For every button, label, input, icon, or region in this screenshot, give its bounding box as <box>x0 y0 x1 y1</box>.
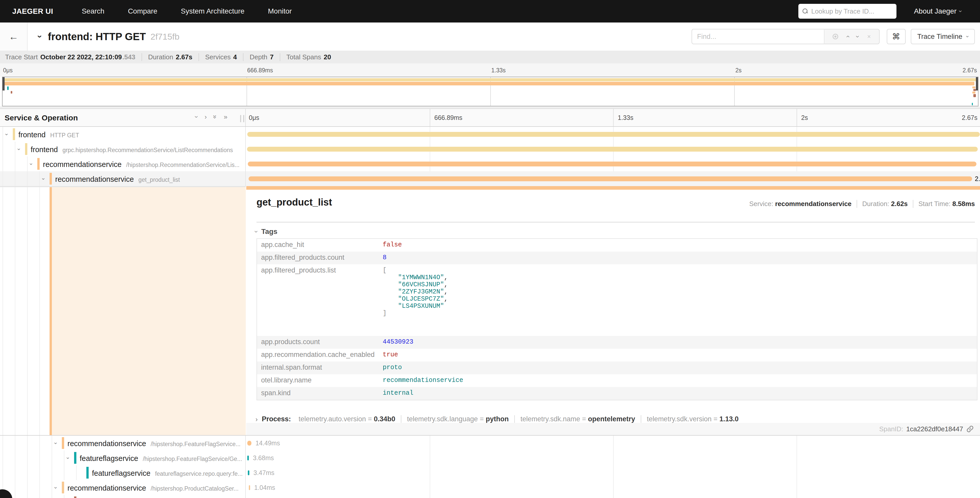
process-section-header[interactable]: › Process: telemetry.auto.version = 0.34… <box>256 415 744 423</box>
nav-item-monitor[interactable]: Monitor <box>268 7 292 15</box>
span-row-timeline-cell[interactable] <box>246 127 980 142</box>
span-collapse-chevron-icon[interactable]: › <box>52 442 59 444</box>
find-prev-icon[interactable]: › <box>844 35 851 38</box>
span-duration-bar[interactable] <box>247 147 978 152</box>
span-row[interactable]: ›frontendHTTP GET <box>0 127 980 142</box>
tag-row[interactable]: span.kindinternal <box>257 387 977 400</box>
span-duration-bar[interactable] <box>248 161 977 166</box>
span-meta: Service: recommendationserviceDuration: … <box>744 200 975 208</box>
span-service-name: recommendationservice <box>55 175 134 183</box>
span-collapse-chevron-icon[interactable]: › <box>16 148 22 150</box>
find-next-icon[interactable]: › <box>854 35 861 38</box>
nav-item-system-architecture[interactable]: System Architecture <box>181 7 245 15</box>
trace-lookup-input[interactable]: Lookup by Trace ID... <box>799 4 896 19</box>
span-row[interactable]: featureflagservicefeatureflagservice.rep… <box>0 465 980 480</box>
span-row-timeline-cell[interactable] <box>246 156 980 171</box>
minimap-left-scrubber[interactable] <box>3 77 5 91</box>
span-detail-top-bar <box>246 186 980 190</box>
column-resizer[interactable] <box>240 115 244 122</box>
span-collapse-chevron-icon[interactable]: › <box>52 487 59 488</box>
minimap-span-bar <box>7 86 9 90</box>
span-collapse-chevron-icon[interactable]: › <box>3 134 10 135</box>
tag-row[interactable]: app.filtered_products.count8 <box>257 252 977 264</box>
span-row-timeline-cell[interactable]: 14.49ms <box>246 436 980 450</box>
tick-separator <box>797 109 797 126</box>
span-row-timeline-cell[interactable]: 3.68ms <box>246 450 980 465</box>
process-label: Process: <box>262 415 291 423</box>
app-brand[interactable]: JAEGER UI <box>12 7 53 16</box>
span-operation-name: /hipstershop.ProductCatalogSer... <box>151 485 239 492</box>
span-row[interactable] <box>0 495 980 498</box>
span-row[interactable]: ›recommendationserviceget_product_list2.… <box>0 171 980 186</box>
tick-label: 2s <box>801 114 808 121</box>
locate-icon[interactable] <box>833 34 838 39</box>
back-button[interactable]: ← <box>0 22 28 51</box>
span-row[interactable]: ›recommendationservice/hipstershop.Produ… <box>0 480 980 495</box>
span-row-timeline-cell[interactable] <box>246 495 980 498</box>
trace-depth: Depth7 <box>243 53 280 61</box>
tag-key: app.products.count <box>257 336 383 348</box>
link-icon[interactable] <box>966 425 974 433</box>
span-row-timeline-cell[interactable]: 2.62s <box>246 171 980 186</box>
span-row[interactable]: ›frontendgrpc.hipstershop.Recommendation… <box>0 142 980 156</box>
span-collapse-chevron-icon[interactable]: › <box>65 457 71 459</box>
timeline-grid-header: Service & Operation › › » » 0μs666.89ms1… <box>0 109 980 127</box>
span-row-timeline-cell[interactable]: 3.47ms <box>246 465 980 480</box>
span-duration-bar[interactable] <box>247 456 249 460</box>
span-duration-bar[interactable] <box>248 470 249 475</box>
span-duration-bar[interactable] <box>249 485 250 490</box>
span-row[interactable]: ›featureflagservice/hipstershop.FeatureF… <box>0 450 980 465</box>
span-collapse-chevron-icon[interactable]: › <box>40 178 47 180</box>
span-name: recommendationservice/hipstershop.Recomm… <box>43 160 239 169</box>
span-row-timeline-cell[interactable]: 1.04ms <box>246 480 980 495</box>
tag-row[interactable]: otel.library.namerecommendationservice <box>257 374 977 387</box>
span-detail-indent-column <box>0 186 246 435</box>
minimap-span-bar <box>974 89 976 91</box>
collapse-trace-chevron-icon[interactable]: › <box>36 35 45 38</box>
span-row[interactable]: ›recommendationservice/hipstershop.Recom… <box>0 156 980 171</box>
collapse-all-icon[interactable]: » <box>212 115 219 119</box>
nav-item-compare[interactable]: Compare <box>128 7 158 15</box>
tag-row[interactable]: app.products.count44530923 <box>257 336 977 349</box>
span-duration-bar[interactable] <box>248 176 972 181</box>
service-color-accent <box>86 467 89 479</box>
expand-all-icon[interactable]: » <box>224 113 228 120</box>
tag-row[interactable]: app.cache_hitfalse <box>257 239 977 252</box>
span-duration-bar[interactable] <box>247 132 980 137</box>
nav-item-search[interactable]: Search <box>82 7 105 15</box>
span-operation-name: grpc.hipstershop.RecommendationService/L… <box>62 147 233 153</box>
minimap-canvas[interactable] <box>2 77 978 106</box>
span-row[interactable]: ›recommendationservice/hipstershop.Featu… <box>0 436 980 450</box>
trace-view-selector[interactable]: Trace Timeline › <box>911 29 975 44</box>
span-service-name: recommendationservice <box>67 484 146 492</box>
service-color-accent <box>37 158 40 170</box>
span-meta-item: Duration: 2.62s <box>857 200 913 208</box>
about-jaeger-label: About Jaeger <box>914 7 956 15</box>
tag-row[interactable]: internal.span.formatproto <box>257 361 977 374</box>
keyboard-shortcuts-button[interactable]: ⌘ <box>887 29 906 44</box>
tag-key: app.cache_hit <box>257 239 383 251</box>
minimap-span-bar <box>3 82 974 85</box>
service-color-accent <box>74 452 76 464</box>
tag-row[interactable]: app.filtered_products.list["1YMWWN1N4O",… <box>257 264 977 336</box>
service-operation-header: Service & Operation › › » » <box>0 109 246 126</box>
span-duration-bar[interactable] <box>247 441 251 445</box>
chevron-down-icon: › <box>964 35 970 37</box>
span-service-name: featureflagservice <box>92 469 151 477</box>
span-service-name: frontend <box>18 131 46 139</box>
span-duration-label: 14.49ms <box>256 439 280 447</box>
tag-key: app.recommendation.cache_enabled <box>257 349 383 361</box>
collapse-one-icon[interactable]: › <box>193 116 200 118</box>
find-input[interactable]: Find... <box>692 29 824 44</box>
span-operation-title: get_product_list <box>256 197 332 208</box>
tags-section-header[interactable]: › Tags <box>256 228 277 236</box>
span-row-name-cell <box>0 495 246 498</box>
find-clear-icon[interactable]: × <box>867 33 871 40</box>
about-jaeger-menu[interactable]: About Jaeger › <box>914 7 962 15</box>
tag-row[interactable]: app.recommendation.cache_enabledtrue <box>257 349 977 361</box>
span-collapse-chevron-icon[interactable]: › <box>28 163 35 165</box>
span-row-timeline-cell[interactable] <box>246 142 980 156</box>
expand-one-icon[interactable]: › <box>205 113 207 120</box>
tick-label: 0μs <box>249 114 259 121</box>
minimap-right-scrubber[interactable] <box>976 77 978 91</box>
